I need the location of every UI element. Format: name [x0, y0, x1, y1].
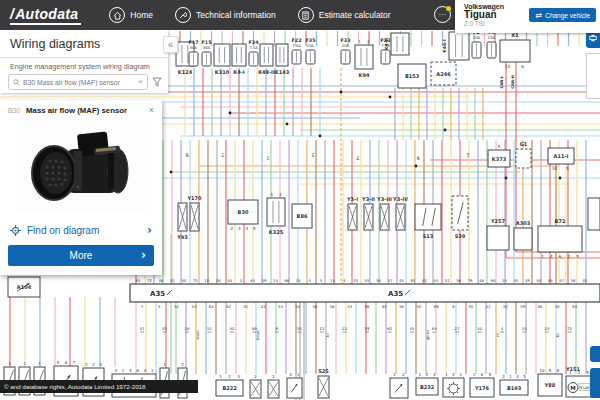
- svg-text:33: 33: [347, 304, 352, 309]
- svg-text:58: 58: [399, 304, 404, 309]
- svg-text:6: 6: [521, 64, 524, 69]
- feedback-icon[interactable]: ···: [434, 6, 451, 23]
- find-on-diagram-link[interactable]: Find on diagram ›: [0, 216, 162, 243]
- search-row: ×: [0, 74, 168, 90]
- svg-text:2: 2: [230, 226, 233, 231]
- nav-technical-information[interactable]: Technical information: [175, 7, 276, 23]
- page-title: Wiring diagrams: [0, 30, 168, 58]
- svg-text:B153: B153: [405, 73, 420, 79]
- component-F22: F227.5A: [292, 38, 302, 64]
- component-B193: B1932145: [500, 374, 528, 395]
- svg-text:2: 2: [289, 372, 292, 377]
- svg-text:K373: K373: [492, 156, 507, 162]
- change-vehicle-button[interactable]: ⇄ Change vehicle: [529, 8, 596, 22]
- svg-text:Y3-II: Y3-II: [361, 196, 375, 202]
- component-F34: F347.5A: [249, 40, 260, 66]
- component-K373: K3735: [488, 144, 510, 167]
- svg-text:1: 1: [445, 372, 448, 377]
- component-A303: A303: [514, 220, 532, 251]
- more-button[interactable]: More ›: [8, 245, 154, 266]
- svg-text:7.5A: 7.5A: [249, 45, 258, 50]
- svg-text:46: 46: [158, 278, 163, 283]
- svg-text:24: 24: [502, 278, 507, 283]
- svg-text:Y3-I: Y3-I: [346, 196, 358, 202]
- close-icon[interactable]: ×: [149, 105, 154, 115]
- svg-text:2: 2: [402, 372, 405, 377]
- svg-text:63: 63: [572, 304, 577, 309]
- svg-text:55: 55: [468, 304, 473, 309]
- component-B232: B232123: [416, 372, 438, 395]
- swap-arrows-icon: ⇄: [535, 11, 542, 20]
- component-title: Mass air flow (MAF) sensor: [26, 106, 149, 115]
- svg-text:CAN-L: CAN-L: [499, 75, 504, 88]
- svg-text:89: 89: [434, 304, 439, 309]
- svg-text:1: 1: [23, 361, 26, 366]
- svg-text:51: 51: [243, 304, 248, 309]
- svg-text:bl: bl: [221, 153, 225, 156]
- svg-text:4: 4: [501, 326, 504, 331]
- clear-search-icon[interactable]: ×: [138, 78, 143, 86]
- zoom-out-button[interactable]: [590, 368, 600, 398]
- svg-text:56: 56: [365, 304, 370, 309]
- svg-text:7: 7: [141, 304, 144, 309]
- svg-text:10: 10: [353, 278, 358, 283]
- svg-text:59: 59: [520, 304, 525, 309]
- svg-text:38: 38: [376, 278, 381, 283]
- svg-text:33: 33: [250, 278, 255, 283]
- svg-text:75: 75: [567, 326, 572, 331]
- filter-funnel-icon[interactable]: [152, 77, 162, 87]
- svg-text:44: 44: [433, 278, 438, 283]
- svg-text:43: 43: [399, 278, 404, 283]
- svg-text:14: 14: [330, 278, 335, 283]
- logo-text: Autodata: [15, 6, 78, 22]
- svg-text:4: 4: [245, 226, 248, 231]
- component-K46-I: K46-I: [442, 32, 469, 60]
- search-box[interactable]: ×: [8, 74, 148, 90]
- nav-estimate-calculator[interactable]: Estimate calculator: [298, 7, 391, 23]
- home-icon: [109, 7, 125, 23]
- nav-home[interactable]: Home: [109, 7, 153, 23]
- svg-text:21: 21: [486, 304, 491, 309]
- svg-text:2: 2: [272, 374, 275, 379]
- svg-text:1: 1: [541, 254, 544, 259]
- svg-text:45: 45: [582, 278, 587, 283]
- svg-text:2: 2: [426, 372, 429, 377]
- svg-text:20: 20: [162, 326, 167, 331]
- svg-text:66: 66: [284, 278, 289, 283]
- svg-text:B86: B86: [297, 213, 308, 219]
- svg-text:80: 80: [538, 304, 543, 309]
- svg-text:A303: A303: [516, 220, 531, 226]
- component-F35: F3510A: [306, 38, 316, 64]
- svg-text:35: 35: [555, 304, 560, 309]
- svg-text:K4-II: K4-II: [384, 38, 389, 50]
- svg-text:10A: 10A: [473, 35, 481, 40]
- collapse-panel-button[interactable]: «: [163, 36, 178, 53]
- svg-text:Y176: Y176: [474, 385, 490, 391]
- component-coil: 2: [268, 374, 279, 398]
- svg-text:30A: 30A: [190, 45, 198, 50]
- svg-text:Y3-IV: Y3-IV: [392, 196, 408, 202]
- copyright-bar: © and database rights, Autodata Limited …: [0, 380, 198, 393]
- svg-text:Y93: Y93: [176, 234, 188, 240]
- svg-text:5: 5: [253, 226, 256, 231]
- svg-text:bl: bl: [326, 333, 330, 336]
- svg-text:S13: S13: [423, 233, 434, 239]
- zoom-in-button[interactable]: [590, 346, 600, 362]
- svg-text:30: 30: [230, 326, 235, 331]
- svg-text:K94: K94: [359, 72, 370, 78]
- search-input[interactable]: [23, 79, 135, 86]
- svg-text:B222: B222: [222, 385, 237, 391]
- autodata-logo[interactable]: /Autodata: [10, 6, 81, 25]
- toolbox-panel[interactable]: [586, 53, 600, 99]
- svg-text:K310: K310: [215, 69, 230, 75]
- component-G1: G1: [516, 141, 531, 169]
- crosshair-icon: [10, 225, 21, 236]
- svg-text:K124: K124: [178, 69, 193, 75]
- svg-text:B30: B30: [238, 209, 249, 215]
- component-S13: S13: [415, 204, 441, 239]
- svg-text:75: 75: [193, 278, 198, 283]
- svg-text:10A: 10A: [307, 43, 315, 48]
- svg-text:5: 5: [549, 368, 552, 373]
- component-B72: B7214625: [538, 218, 582, 260]
- component-F15: F1530A: [202, 40, 212, 66]
